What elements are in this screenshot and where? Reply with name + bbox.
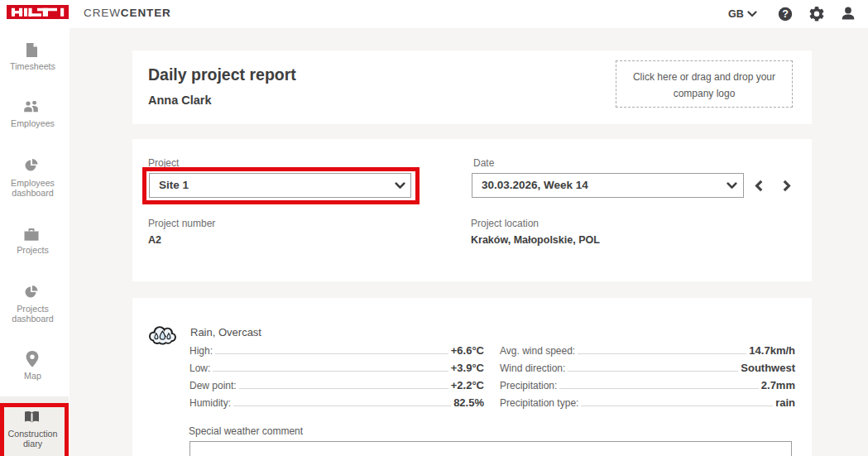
svg-text:?: ? — [782, 8, 789, 20]
